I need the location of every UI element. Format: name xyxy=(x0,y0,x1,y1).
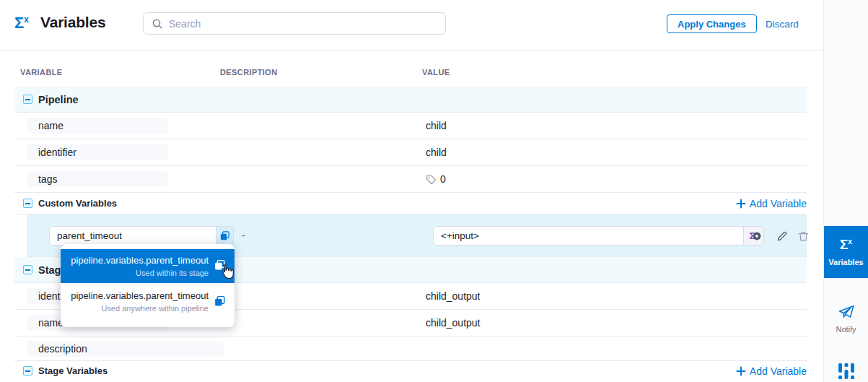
row-label: description xyxy=(27,341,224,357)
delete-variable-button[interactable] xyxy=(796,229,810,243)
copy-variable-button[interactable] xyxy=(216,226,234,246)
trash-icon xyxy=(797,230,810,243)
search-icon xyxy=(152,18,163,30)
row-value: child xyxy=(408,120,807,131)
section-row-pipeline[interactable]: Pipeline xyxy=(14,87,807,113)
table-row: name child xyxy=(14,113,807,139)
paper-plane-icon xyxy=(837,303,856,321)
column-header-variable: VARIABLE xyxy=(14,68,206,81)
tags-count: 0 xyxy=(440,173,446,185)
copy-icon xyxy=(219,230,230,241)
variables-table: VARIABLE DESCRIPTION VALUE Pipeline name… xyxy=(14,51,807,381)
subsection-row-custom-variables: Custom Variables Add Variable xyxy=(14,193,807,214)
variables-panel: Σx Variables Apply Changes Discard VARIA… xyxy=(0,0,868,382)
expression-suggestion-dropdown: pipeline.variables.parent_timeout Used w… xyxy=(61,244,234,327)
toolbar-item-label: Notify xyxy=(836,325,856,334)
sigma-variables-icon: Σx xyxy=(14,14,29,32)
dropdown-item-subtitle: Used within its stage xyxy=(68,269,209,277)
apply-changes-button[interactable]: Apply Changes xyxy=(667,14,757,33)
dropdown-item-stage-scope[interactable]: pipeline.variables.parent_timeout Used w… xyxy=(61,249,234,283)
subsection-title: Custom Variables xyxy=(38,198,117,209)
section-title: Pipeline xyxy=(38,94,79,105)
gear-icon xyxy=(750,230,763,243)
toolbar-item-label: Variables xyxy=(828,258,863,266)
variable-value: <+input> xyxy=(434,230,743,241)
variable-value-input[interactable]: <+input> Σx xyxy=(433,226,764,246)
collapse-minus-icon[interactable] xyxy=(23,199,32,208)
page-title: Variables xyxy=(40,14,105,31)
collapse-minus-icon[interactable] xyxy=(23,95,32,104)
row-value: child_output xyxy=(408,290,807,302)
add-variable-button[interactable]: Add Variable xyxy=(736,198,807,209)
toolbar-item-advanced[interactable] xyxy=(824,363,868,382)
plus-icon xyxy=(736,199,746,209)
dropdown-item-title: pipeline.variables.parent_timeout xyxy=(68,255,209,266)
column-header-description: DESCRIPTION xyxy=(206,68,408,81)
row-value: child_output xyxy=(408,317,807,329)
right-toolbar: Σx Variables Notify xyxy=(823,0,868,382)
dropdown-item-pipeline-scope[interactable]: pipeline.variables.parent_timeout Used a… xyxy=(61,283,234,321)
variable-name-input[interactable] xyxy=(49,226,216,246)
search-box[interactable] xyxy=(143,12,446,35)
table-row: tags 0 xyxy=(14,166,807,193)
search-input[interactable] xyxy=(169,18,445,30)
add-variable-button[interactable]: Add Variable xyxy=(736,365,807,377)
pencil-icon xyxy=(776,230,788,243)
edit-variable-button[interactable] xyxy=(774,229,789,243)
sigma-variables-icon: Σx xyxy=(840,238,852,251)
sliders-icon xyxy=(838,363,855,382)
row-label: tags xyxy=(27,171,168,187)
row-value: 0 xyxy=(408,173,807,185)
settings-gear-button[interactable] xyxy=(750,229,764,243)
variable-description: - xyxy=(242,230,245,241)
copy-icon[interactable] xyxy=(214,295,226,310)
tag-icon xyxy=(426,174,437,185)
dropdown-item-subtitle: Used anywhere within pipeline xyxy=(68,304,209,313)
column-header-value: VALUE xyxy=(408,68,807,81)
row-value: child xyxy=(408,147,807,158)
panel-header: Σx Variables Apply Changes Discard xyxy=(0,0,823,51)
row-label: name xyxy=(27,118,168,134)
subsection-title: Stage Variables xyxy=(38,365,108,376)
copy-icon[interactable] xyxy=(214,259,226,274)
subsection-row-stage-variables: Stage Variables Add Variable xyxy=(14,361,807,381)
collapse-minus-icon[interactable] xyxy=(23,366,32,376)
toolbar-item-notify[interactable]: Notify xyxy=(824,303,868,334)
dropdown-item-title: pipeline.variables.parent_timeout xyxy=(68,290,209,301)
plus-icon xyxy=(736,366,746,376)
discard-button[interactable]: Discard xyxy=(766,19,799,30)
main-panel: Σx Variables Apply Changes Discard VARIA… xyxy=(0,0,823,382)
table-row: description xyxy=(14,337,807,361)
collapse-minus-icon[interactable] xyxy=(23,265,32,274)
table-row: identifier child xyxy=(14,139,807,166)
table-header-row: VARIABLE DESCRIPTION VALUE xyxy=(14,51,807,81)
toolbar-item-variables[interactable]: Σx Variables xyxy=(824,226,868,278)
row-label: identifier xyxy=(27,144,168,160)
